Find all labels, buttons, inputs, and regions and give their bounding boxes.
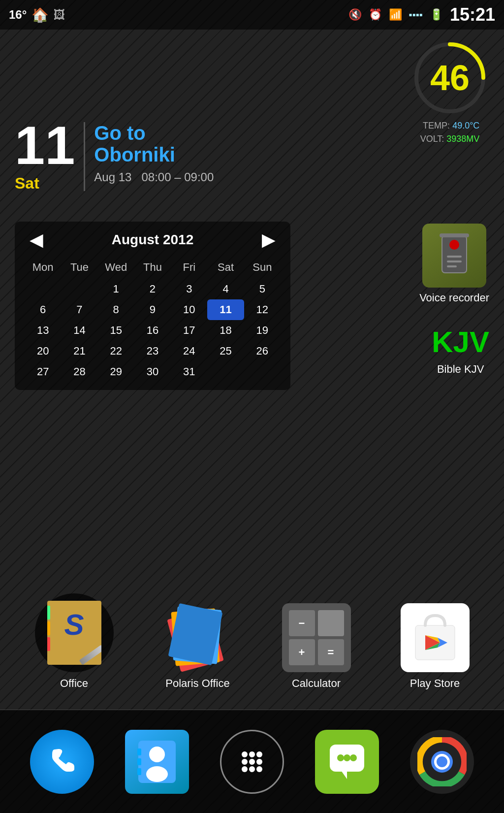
table-row[interactable]: 10: [171, 299, 207, 320]
svg-rect-6: [440, 233, 469, 237]
chat-svg: [327, 742, 367, 781]
table-row[interactable]: 29: [98, 361, 134, 382]
contacts-svg: [137, 740, 177, 784]
apps-grid-svg: [235, 745, 269, 779]
calculator-app[interactable]: − + = Calculator: [282, 603, 351, 690]
svg-point-22: [249, 759, 255, 765]
table-row[interactable]: 6: [25, 299, 61, 320]
table-row[interactable]: 15: [98, 320, 134, 341]
temp-label: TEMP:: [423, 121, 450, 130]
table-row[interactable]: 16: [134, 320, 171, 341]
phone-icon: [30, 730, 94, 794]
svg-point-21: [242, 759, 248, 765]
svg-point-20: [256, 751, 262, 757]
table-row[interactable]: 1: [98, 279, 134, 299]
table-row[interactable]: 2: [134, 279, 171, 299]
table-row: [207, 361, 244, 382]
svg-point-19: [249, 751, 255, 757]
temp-row: TEMP: 49.0°C: [420, 119, 480, 132]
calendar-today-cell[interactable]: 11: [207, 299, 244, 320]
svg-point-26: [256, 766, 262, 772]
table-row[interactable]: 25: [207, 341, 244, 361]
battery-arc: 46: [410, 38, 489, 117]
table-row[interactable]: 9: [134, 299, 171, 320]
event-time: 08:00 – 09:00: [141, 170, 214, 184]
bible-kjv-widget[interactable]: KJV Bible KJV: [432, 325, 489, 376]
phone-nav-item[interactable]: [30, 730, 94, 794]
table-row[interactable]: 22: [98, 341, 134, 361]
table-row[interactable]: 3: [171, 279, 207, 299]
office-app[interactable]: S Office: [35, 593, 114, 690]
table-row[interactable]: 31: [171, 361, 207, 382]
calc-equals: =: [318, 639, 344, 665]
table-row[interactable]: 20: [25, 341, 61, 361]
svg-point-30: [350, 754, 357, 761]
table-row[interactable]: 28: [61, 361, 97, 382]
event-location: Oborniki: [94, 144, 175, 165]
phone-svg: [45, 745, 79, 779]
chrome-nav-item[interactable]: [410, 730, 474, 794]
home-icon: 🏠: [32, 7, 49, 23]
battery-icon: 🔋: [430, 8, 443, 21]
apps-nav-item[interactable]: [220, 730, 284, 794]
svg-point-17: [146, 766, 168, 782]
date-divider: [84, 122, 85, 191]
svg-point-29: [344, 754, 350, 761]
table-row[interactable]: 24: [171, 341, 207, 361]
wifi-icon: 📶: [389, 8, 402, 21]
table-row[interactable]: 27: [25, 361, 61, 382]
table-row[interactable]: 4: [207, 279, 244, 299]
chat-nav-item[interactable]: [315, 730, 379, 794]
polaris-office-app[interactable]: Polaris Office: [163, 603, 232, 690]
cal-dow-thu: Thu: [134, 258, 171, 279]
table-row[interactable]: 5: [244, 279, 281, 299]
table-row[interactable]: 19: [244, 320, 281, 341]
svg-rect-15: [137, 768, 141, 775]
table-row[interactable]: 21: [61, 341, 97, 361]
volt-row: VOLT: 3938MV: [420, 132, 480, 146]
dock-apps: S Office Polaris Office − + = Calculator: [0, 593, 504, 705]
event-title: Go to Oborniki: [94, 122, 214, 165]
table-row[interactable]: [25, 279, 61, 299]
table-row[interactable]: 18: [207, 320, 244, 341]
battery-widget: 46 TEMP: 49.0°C VOLT: 3938MV: [410, 38, 489, 146]
table-row[interactable]: 8: [98, 299, 134, 320]
chat-icon: [315, 730, 379, 794]
cal-dow-sun: Sun: [244, 258, 281, 279]
svg-rect-3: [447, 256, 462, 258]
contacts-nav-item[interactable]: [125, 730, 189, 794]
office-icon[interactable]: S: [35, 593, 114, 672]
contacts-icon: [125, 730, 189, 794]
apps-grid-icon: [220, 730, 284, 794]
table-row[interactable]: 12: [244, 299, 281, 320]
table-row[interactable]: 13: [25, 320, 61, 341]
status-bar: 16° 🏠 🖼 🔇 ⏰ 📶 ▪▪▪▪ 🔋 15:21: [0, 0, 504, 30]
date-weekday: Sat: [15, 174, 39, 193]
calculator-icon: − + =: [282, 603, 351, 672]
table-row[interactable]: 30: [134, 361, 171, 382]
table-row[interactable]: [61, 279, 97, 299]
kjv-text: KJV: [432, 325, 489, 359]
play-store-app[interactable]: Play Store: [401, 603, 470, 690]
calendar-widget[interactable]: ◀ August 2012 ▶ Mon Tue Wed Thu Fri Sat …: [15, 222, 290, 390]
calc-minus: −: [289, 610, 315, 636]
table-row[interactable]: 17: [171, 320, 207, 341]
voice-recorder-widget[interactable]: Voice recorder: [419, 224, 489, 304]
table-row[interactable]: 23: [134, 341, 171, 361]
calendar-next-button[interactable]: ▶: [257, 229, 281, 250]
table-row[interactable]: 26: [244, 341, 281, 361]
voice-recorder-icon[interactable]: [422, 224, 486, 288]
photo-icon: 🖼: [54, 8, 65, 22]
temp-value: 49.0°C: [452, 121, 479, 130]
event-goto: Go to: [94, 122, 145, 144]
table-row[interactable]: 14: [61, 320, 97, 341]
svg-point-24: [242, 766, 248, 772]
office-book-icon: S: [47, 601, 101, 665]
svg-point-2: [449, 240, 459, 250]
table-row[interactable]: 7: [61, 299, 97, 320]
status-temperature: 16°: [9, 8, 27, 22]
calendar-prev-button[interactable]: ◀: [25, 229, 48, 250]
cal-dow-tue: Tue: [61, 258, 97, 279]
play-store-icon: [401, 603, 470, 672]
date-number: 11: [15, 118, 75, 172]
